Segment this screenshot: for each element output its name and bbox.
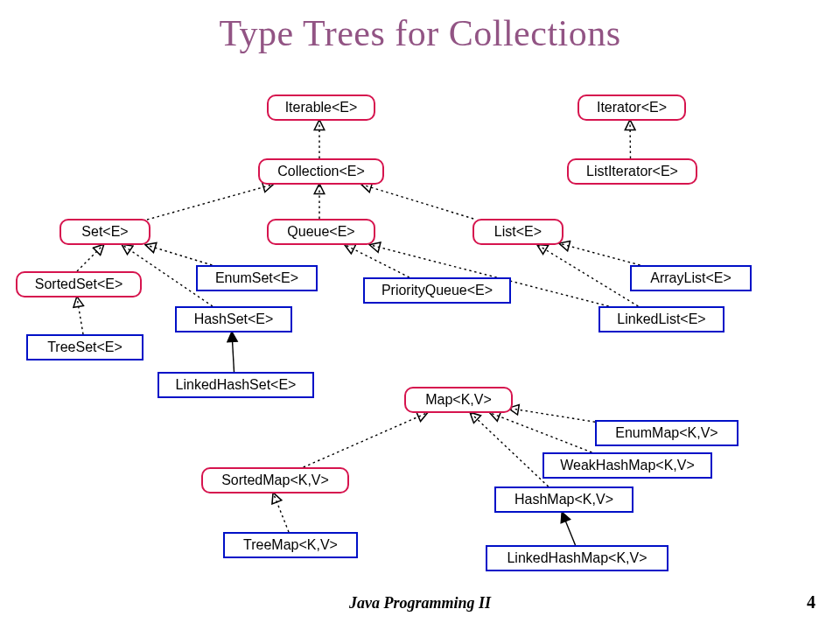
edge-enummap-to-map bbox=[509, 409, 595, 423]
class-enummap: EnumMap<K,V> bbox=[595, 420, 738, 446]
class-linkedhashmap: LinkedHashMap<K,V> bbox=[486, 545, 668, 571]
class-priorityqueue: PriorityQueue<E> bbox=[363, 277, 511, 304]
edge-listiterator-to-iterator bbox=[630, 121, 631, 158]
class-linkedhashset: LinkedHashSet<E> bbox=[158, 372, 314, 398]
class-linkedlist: LinkedList<E> bbox=[598, 306, 724, 332]
edge-hashmap-to-map bbox=[471, 413, 549, 486]
interface-list: List<E> bbox=[472, 219, 564, 245]
footer-label: Java Programming II bbox=[0, 594, 840, 612]
edge-enumset-to-set bbox=[146, 245, 212, 265]
edge-list-to-collection bbox=[362, 185, 473, 219]
edge-weakhashmap-to-map bbox=[491, 413, 592, 452]
interface-map: Map<K,V> bbox=[404, 387, 513, 413]
interface-queue: Queue<E> bbox=[267, 219, 375, 245]
interface-sortedset: SortedSet<E> bbox=[16, 271, 142, 298]
interface-sortedmap: SortedMap<K,V> bbox=[201, 467, 349, 494]
class-treemap: TreeMap<K,V> bbox=[223, 532, 358, 558]
page-number: 4 bbox=[807, 592, 816, 612]
edge-treemap-to-sortedmap bbox=[274, 494, 290, 532]
edge-linkedhashset-to-hashset bbox=[232, 332, 234, 372]
edge-sortedmap-to-map bbox=[304, 413, 427, 467]
edge-arraylist-to-list bbox=[560, 243, 640, 265]
class-arraylist: ArrayList<E> bbox=[630, 265, 752, 291]
edge-sortedset-to-set bbox=[77, 245, 103, 271]
class-enumset: EnumSet<E> bbox=[196, 265, 318, 291]
edge-priorityqueue-to-queue bbox=[346, 245, 410, 277]
edge-linkedhashmap-to-hashmap bbox=[563, 513, 576, 545]
edge-linkedlist-to-list bbox=[538, 245, 639, 306]
class-weakhashmap: WeakHashMap<K,V> bbox=[542, 452, 712, 479]
page-title: Type Trees for Collections bbox=[0, 12, 840, 54]
interface-iterator: Iterator<E> bbox=[578, 94, 686, 121]
interface-iterable: Iterable<E> bbox=[267, 94, 375, 121]
interface-set: Set<E> bbox=[60, 219, 150, 245]
class-hashset: HashSet<E> bbox=[175, 306, 292, 332]
interface-listiterator: ListIterator<E> bbox=[567, 158, 697, 185]
edge-set-to-collection bbox=[147, 185, 272, 220]
class-treeset: TreeSet<E> bbox=[26, 334, 144, 360]
class-hashmap: HashMap<K,V> bbox=[494, 486, 634, 513]
edge-treeset-to-sortedset bbox=[77, 298, 83, 334]
interface-collection: Collection<E> bbox=[258, 158, 384, 185]
